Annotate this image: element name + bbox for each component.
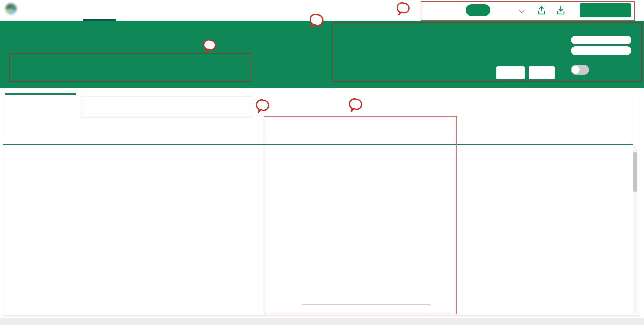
table-scrollbar-thumb[interactable] — [633, 152, 637, 192]
reset-button[interactable] — [529, 66, 555, 79]
gl-reclass-europe-button[interactable] — [571, 46, 631, 55]
settings-chevron-down-icon[interactable] — [519, 8, 525, 13]
table-header-rule — [3, 144, 633, 145]
top-header — [0, 0, 644, 21]
download-icon[interactable] — [555, 5, 566, 16]
filter-bar — [0, 21, 644, 88]
partial-comment-input[interactable] — [302, 304, 431, 315]
search-button[interactable] — [496, 66, 525, 79]
upload-icon[interactable] — [536, 5, 547, 16]
page — [0, 0, 644, 325]
explanation-needed-toggle[interactable] — [571, 65, 589, 75]
page-bottom-strip — [0, 318, 644, 325]
toggle-knob — [572, 66, 580, 74]
active-filter-none-button[interactable] — [466, 4, 490, 16]
save-comments-button[interactable] — [580, 3, 631, 17]
content-card — [3, 88, 641, 316]
prologis-logo-mark-icon — [5, 3, 17, 15]
gl-reclass-us-canada-button[interactable] — [571, 36, 631, 44]
active-tab-indicator — [5, 93, 76, 95]
prologis-logo — [5, 3, 19, 15]
